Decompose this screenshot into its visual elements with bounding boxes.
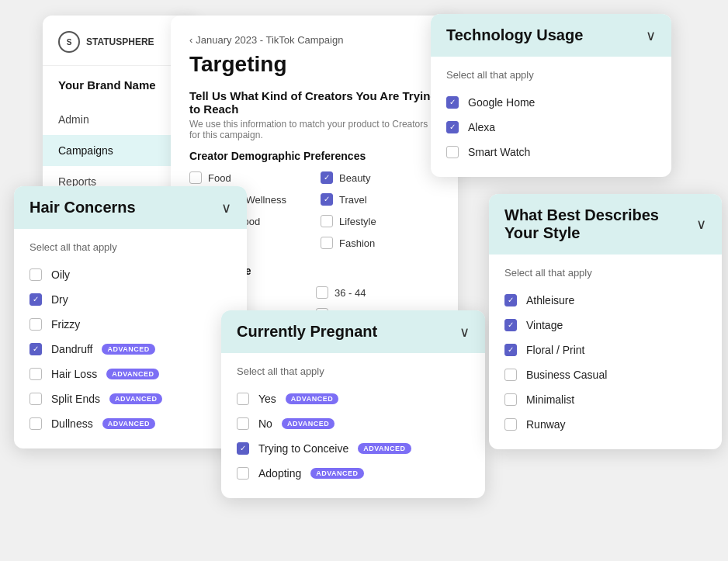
demo-travel[interactable]: Travel: [321, 190, 439, 209]
checkbox-oily[interactable]: [29, 268, 42, 281]
style-athleisure[interactable]: Athleisure: [504, 288, 706, 313]
dandruff-label: Dandruff: [51, 343, 92, 355]
style-subtitle: Select all that apply: [504, 267, 706, 279]
style-header[interactable]: What Best Describes Your Style ∨: [489, 194, 722, 255]
pregnant-yes[interactable]: Yes ADVANCED: [237, 386, 470, 411]
checkbox-athleisure[interactable]: [504, 294, 517, 306]
checkbox-runway[interactable]: [504, 418, 517, 431]
checkbox-beauty[interactable]: [321, 171, 333, 184]
minimalist-label: Minimalist: [526, 393, 574, 406]
section-sub: We use this information to match your pr…: [189, 119, 439, 140]
tech-smart-watch[interactable]: Smart Watch: [446, 140, 656, 164]
tech-usage-header[interactable]: Technology Usage ∨: [431, 14, 671, 57]
advanced-badge-split-ends: ADVANCED: [109, 393, 162, 404]
demo-fashion-label: Fashion: [339, 237, 375, 249]
checkbox-lifestyle[interactable]: [321, 215, 333, 227]
hair-dullness[interactable]: Dullness ADVANCED: [29, 411, 231, 436]
advanced-badge-yes: ADVANCED: [286, 393, 338, 404]
frizzy-label: Frizzy: [51, 318, 80, 331]
back-link[interactable]: ‹ January 2023 - TikTok Campaign: [189, 34, 439, 46]
checkbox-alexa[interactable]: [446, 121, 459, 133]
style-floral[interactable]: Floral / Print: [504, 338, 706, 362]
checkbox-dry[interactable]: [29, 293, 42, 306]
hair-oily[interactable]: Oily: [29, 262, 231, 287]
checkbox-minimalist[interactable]: [504, 393, 517, 406]
pregnant-panel: Currently Pregnant ∨ Select all that app…: [221, 310, 485, 498]
pregnant-header[interactable]: Currently Pregnant ∨: [221, 310, 485, 353]
demo-lifestyle-label: Lifestyle: [339, 216, 376, 227]
checkbox-yes[interactable]: [237, 393, 249, 405]
pregnant-no[interactable]: No ADVANCED: [237, 411, 470, 436]
checkbox-adopting[interactable]: [237, 467, 249, 480]
checkbox-dandruff[interactable]: [29, 343, 42, 355]
tech-google-home[interactable]: Google Home: [446, 90, 656, 115]
pregnant-adopting[interactable]: Adopting ADVANCED: [237, 461, 470, 486]
checkbox-hair-loss[interactable]: [29, 368, 42, 380]
demo-food-label: Food: [208, 172, 231, 184]
checkbox-travel[interactable]: [321, 193, 333, 206]
page-title: Targeting: [189, 52, 439, 77]
google-home-label: Google Home: [468, 96, 535, 109]
advanced-badge-dullness: ADVANCED: [102, 418, 155, 429]
style-business-casual[interactable]: Business Casual: [504, 362, 706, 387]
alexa-label: Alexa: [468, 121, 495, 133]
tech-usage-body: Select all that apply Google Home Alexa …: [431, 57, 671, 177]
demo-travel-label: Travel: [339, 194, 367, 206]
hair-concerns-header[interactable]: Hair Concerns ∨: [14, 186, 247, 229]
checkbox-no[interactable]: [237, 417, 249, 430]
style-body: Select all that apply Athleisure Vintage…: [489, 255, 722, 449]
checkbox-age-36[interactable]: [316, 286, 328, 299]
demo-food[interactable]: Food: [189, 168, 308, 187]
pregnant-title: Currently Pregnant: [237, 323, 377, 341]
demographic-title: Creator Demographic Preferences: [189, 150, 439, 162]
style-minimalist[interactable]: Minimalist: [504, 387, 706, 412]
sidebar-item-campaigns-label: Campaigns: [58, 144, 113, 157]
dry-label: Dry: [51, 293, 68, 306]
sidebar-item-admin-label: Admin: [58, 113, 89, 126]
hair-dry[interactable]: Dry: [29, 287, 231, 312]
pregnant-body: Select all that apply Yes ADVANCED No AD…: [221, 353, 485, 498]
hair-concerns-panel: Hair Concerns ∨ Select all that apply Oi…: [14, 186, 247, 448]
adopting-label: Adopting: [258, 467, 301, 480]
checkbox-fashion[interactable]: [321, 237, 333, 249]
checkbox-google-home[interactable]: [446, 96, 459, 109]
tech-alexa[interactable]: Alexa: [446, 115, 656, 140]
advanced-badge-no: ADVANCED: [282, 418, 335, 429]
tech-usage-panel: Technology Usage ∨ Select all that apply…: [431, 14, 671, 177]
advanced-badge-dandruff: ADVANCED: [102, 344, 154, 355]
hair-loss[interactable]: Hair Loss ADVANCED: [29, 362, 231, 386]
checkbox-trying[interactable]: [237, 442, 249, 455]
checkbox-smart-watch[interactable]: [446, 146, 459, 158]
pregnant-trying[interactable]: Trying to Conceive ADVANCED: [237, 436, 470, 461]
hair-dandruff[interactable]: Dandruff ADVANCED: [29, 337, 231, 362]
hair-frizzy[interactable]: Frizzy: [29, 312, 231, 337]
checkbox-dullness[interactable]: [29, 417, 42, 430]
hair-loss-label: Hair Loss: [51, 368, 97, 380]
checkbox-split-ends[interactable]: [29, 393, 42, 405]
split-ends-label: Split Ends: [51, 393, 100, 405]
style-vintage[interactable]: Vintage: [504, 313, 706, 338]
tech-usage-chevron-icon: ∨: [646, 27, 656, 44]
checkbox-floral[interactable]: [504, 344, 517, 356]
age-36-44[interactable]: 36 - 44: [316, 283, 439, 302]
hair-split-ends[interactable]: Split Ends ADVANCED: [29, 386, 231, 411]
dullness-label: Dullness: [51, 417, 93, 430]
advanced-badge-trying: ADVANCED: [358, 443, 411, 454]
pregnant-subtitle: Select all that apply: [237, 365, 470, 377]
hair-concerns-title: Hair Concerns: [29, 199, 136, 216]
style-runway[interactable]: Runway: [504, 412, 706, 437]
checkbox-business-casual[interactable]: [504, 369, 517, 381]
demo-beauty[interactable]: Beauty: [321, 168, 439, 187]
demo-lifestyle[interactable]: Lifestyle: [321, 212, 439, 230]
checkbox-vintage[interactable]: [504, 319, 517, 331]
logo-text: STATUSPHERE: [86, 36, 154, 47]
back-label: January 2023 - TikTok Campaign: [196, 34, 343, 46]
checkbox-food[interactable]: [189, 171, 202, 184]
no-label: No: [258, 417, 272, 430]
age-36-44-label: 36 - 44: [335, 287, 366, 299]
advanced-badge-adopting: ADVANCED: [310, 468, 363, 479]
demo-fashion[interactable]: Fashion: [321, 234, 439, 252]
hair-concerns-subtitle: Select all that apply: [29, 241, 231, 253]
checkbox-frizzy[interactable]: [29, 318, 42, 331]
floral-label: Floral / Print: [526, 344, 584, 356]
